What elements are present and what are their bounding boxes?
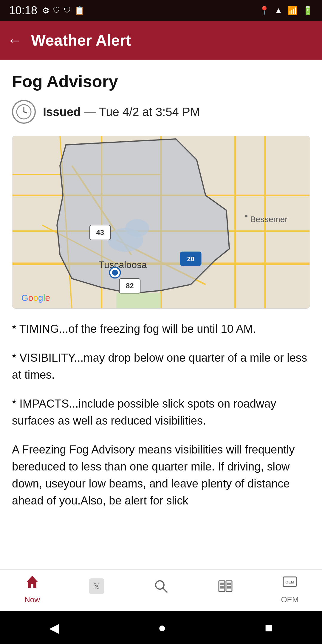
bottom-nav: Now 𝕏 [0,569,322,611]
issued-label: Issued [43,105,81,118]
svg-rect-34 [220,583,224,585]
android-home[interactable]: ● [158,620,166,635]
nav-twitter[interactable]: 𝕏 [64,578,129,600]
status-bar: 10:18 ⚙ 🛡 🛡 📋 📍 ▲ 📶 🔋 [0,0,322,21]
map-container: 43 20 82 Tuscaloosa Bessemer [12,136,310,309]
svg-marker-27 [26,576,38,588]
nav-search[interactable] [129,578,193,600]
app-bar-title: Weather Alert [31,31,131,49]
hwy82-label: 82 [126,282,134,290]
issued-row: Issued — Tue 4/2 at 3:54 PM [12,100,310,124]
nav-now[interactable]: Now [0,574,64,604]
main-content: Fog Advisory Issued — Tue 4/2 at 3:54 PM [0,60,322,569]
svg-rect-26 [117,293,161,308]
twitter-icon: 𝕏 [89,578,104,597]
alert-body: * TIMING...of the freezing fog will be u… [12,321,310,509]
gear-icon: ⚙ [42,6,49,16]
clock-icon [12,100,36,124]
battery-icon: 🔋 [303,6,313,16]
nav-oem[interactable]: OEM OEM [258,574,322,604]
impacts-text: * IMPACTS...include possible slick spots… [12,395,310,429]
search-icon [153,578,169,597]
hwy43-label: 43 [96,228,104,236]
android-back[interactable]: ◀ [49,620,59,635]
location-icon: 📍 [259,6,270,16]
timing-text: * TIMING...of the freezing fog will be u… [12,321,310,338]
wifi-icon: ▲ [274,6,283,15]
issued-dash: — [84,105,99,118]
svg-rect-35 [227,583,231,585]
clock-svg [16,104,32,120]
map-svg: 43 20 82 Tuscaloosa Bessemer [12,136,310,308]
android-recents[interactable]: ■ [265,620,273,635]
nav-radar[interactable] [193,578,258,600]
svg-point-3 [23,111,24,112]
issued-time: Tue 4/2 at 3:54 PM [99,105,200,118]
signal-icon: 📶 [287,6,298,16]
bessemer-label: Bessemer [250,215,288,224]
clipboard-icon: 📋 [75,6,85,16]
tuscaloosa-label: Tuscaloosa [99,259,147,270]
app-bar: ← Weather Alert [0,21,322,60]
status-left-icons: ⚙ 🛡 🛡 📋 [42,6,85,16]
status-time: 10:18 [9,4,37,17]
now-label: Now [24,595,40,604]
svg-point-25 [245,215,247,217]
status-right: 📍 ▲ 📶 🔋 [259,6,313,16]
svg-line-31 [163,588,167,592]
oem-icon: OEM [282,574,298,593]
shield2-icon: 🛡 [64,6,71,15]
radar-icon [218,578,233,597]
issued-text: Issued — Tue 4/2 at 3:54 PM [43,105,200,119]
android-nav: ◀ ● ■ [0,611,322,644]
advisory-title: Fog Advisory [12,72,310,91]
google-watermark: Google [21,293,50,303]
now-icon [24,574,40,593]
svg-text:𝕏: 𝕏 [94,582,100,591]
status-left: 10:18 ⚙ 🛡 🛡 📋 [9,4,85,17]
oem-label: OEM [281,595,298,604]
shield1-icon: 🛡 [53,6,60,15]
back-button[interactable]: ← [7,32,22,49]
visibility-text: * VISIBILITY...may drop below one quarte… [12,349,310,383]
svg-rect-37 [227,586,231,589]
advisory-text: A Freezing Fog Advisory means visibiliti… [12,441,310,509]
svg-text:OEM: OEM [285,580,294,584]
hwy20-label: 20 [187,255,194,263]
svg-point-24 [112,270,118,275]
svg-rect-36 [220,586,224,589]
